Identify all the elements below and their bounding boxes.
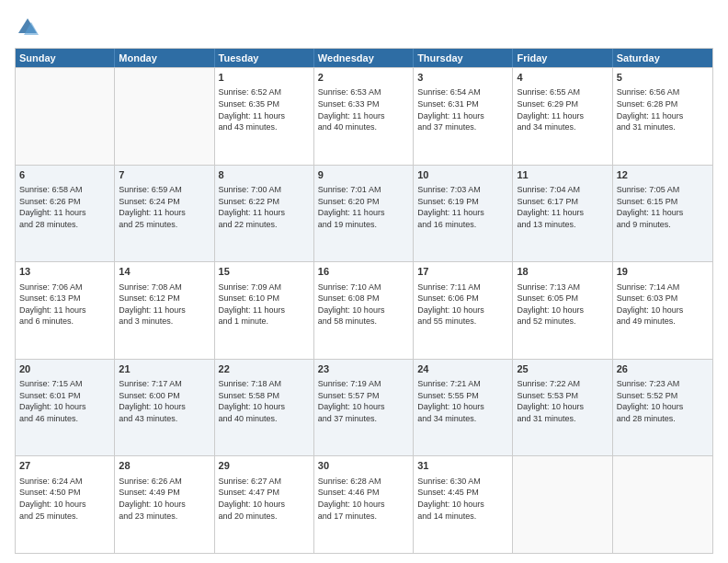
cell-text-line: Sunrise: 6:24 AM (19, 476, 110, 488)
cell-text-line: and 13 minutes. (517, 219, 608, 231)
calendar-cell-16: 16Sunrise: 7:10 AMSunset: 6:08 PMDayligh… (314, 262, 414, 359)
cell-text-line: Sunrise: 6:58 AM (19, 184, 110, 196)
cell-text-line: Daylight: 10 hours (219, 499, 310, 511)
cell-text-line: Sunset: 6:03 PM (617, 293, 709, 304)
cell-text-line: Sunrise: 6:53 AM (318, 86, 409, 98)
day-number: 27 (19, 459, 110, 473)
day-number: 5 (617, 71, 709, 85)
calendar-cell-26: 26Sunrise: 7:23 AMSunset: 5:52 PMDayligh… (613, 360, 712, 456)
cell-text-line: Daylight: 10 hours (617, 401, 709, 413)
calendar-cell-29: 29Sunrise: 6:27 AMSunset: 4:47 PMDayligh… (215, 456, 314, 553)
cell-text-line: Sunset: 6:10 PM (219, 293, 310, 304)
cell-text-line: and 28 minutes. (617, 413, 709, 425)
cell-text-line: Daylight: 11 hours (617, 207, 709, 219)
cell-text-line: and 9 minutes. (617, 219, 709, 231)
cell-text-line: Sunrise: 6:30 AM (417, 476, 508, 488)
day-number: 4 (517, 71, 608, 85)
day-number: 21 (119, 362, 210, 376)
cell-text-line: and 55 minutes. (417, 316, 508, 327)
cell-text-line: Sunrise: 7:19 AM (318, 378, 409, 390)
calendar-cell-9: 9Sunrise: 7:01 AMSunset: 6:20 PMDaylight… (314, 166, 414, 262)
cell-text-line: Sunset: 6:12 PM (119, 293, 210, 304)
day-number: 2 (318, 71, 409, 85)
calendar-cell-17: 17Sunrise: 7:11 AMSunset: 6:06 PMDayligh… (414, 262, 513, 359)
cell-text-line: Sunset: 5:58 PM (219, 390, 310, 402)
cell-text-line: Sunrise: 7:18 AM (219, 378, 310, 390)
cell-text-line: Sunset: 6:29 PM (517, 98, 608, 110)
calendar-cell-8: 8Sunrise: 7:00 AMSunset: 6:22 PMDaylight… (215, 166, 314, 262)
day-number: 18 (517, 265, 608, 279)
cell-text-line: Daylight: 10 hours (517, 401, 608, 413)
cell-text-line: Sunrise: 6:52 AM (219, 86, 310, 98)
cell-text-line: Sunrise: 7:17 AM (119, 378, 210, 390)
calendar-cell-25: 25Sunrise: 7:22 AMSunset: 5:53 PMDayligh… (513, 360, 612, 456)
cell-text-line: Sunrise: 7:03 AM (417, 184, 508, 196)
calendar-cell-3: 3Sunrise: 6:54 AMSunset: 6:31 PMDaylight… (414, 68, 513, 165)
cell-text-line: Sunset: 5:55 PM (417, 390, 508, 402)
day-number: 31 (417, 459, 508, 473)
calendar-body: 1Sunrise: 6:52 AMSunset: 6:35 PMDaylight… (16, 67, 712, 553)
cell-text-line: Sunset: 5:57 PM (318, 390, 409, 402)
cell-text-line: Daylight: 11 hours (19, 304, 110, 316)
cell-text-line: Sunrise: 7:14 AM (617, 282, 709, 293)
cell-text-line: and 25 minutes. (119, 219, 210, 231)
cell-text-line: Sunrise: 7:09 AM (219, 282, 310, 293)
calendar-row: 6Sunrise: 6:58 AMSunset: 6:26 PMDaylight… (16, 165, 712, 262)
day-number: 1 (219, 71, 310, 85)
calendar-cell-12: 12Sunrise: 7:05 AMSunset: 6:15 PMDayligh… (613, 166, 712, 262)
cell-text-line: Sunrise: 7:15 AM (19, 378, 110, 390)
cell-text-line: Sunset: 5:52 PM (617, 390, 709, 402)
cell-text-line: Sunset: 6:24 PM (119, 196, 210, 208)
calendar: SundayMondayTuesdayWednesdayThursdayFrid… (15, 48, 713, 554)
cell-text-line: Sunrise: 7:06 AM (19, 282, 110, 293)
day-number: 14 (119, 265, 210, 279)
cell-text-line: Daylight: 10 hours (19, 499, 110, 511)
day-number: 9 (318, 168, 409, 182)
cell-text-line: and 40 minutes. (318, 121, 409, 133)
day-number: 15 (219, 265, 310, 279)
day-number: 3 (417, 71, 508, 85)
cell-text-line: Daylight: 10 hours (19, 401, 110, 413)
cell-text-line: and 28 minutes. (19, 219, 110, 231)
calendar-cell-15: 15Sunrise: 7:09 AMSunset: 6:10 PMDayligh… (215, 262, 314, 359)
cell-text-line: Daylight: 11 hours (219, 304, 310, 316)
calendar-cell-21: 21Sunrise: 7:17 AMSunset: 6:00 PMDayligh… (115, 360, 214, 456)
day-number: 13 (19, 265, 110, 279)
cell-text-line: Sunset: 6:00 PM (119, 390, 210, 402)
calendar-row: 13Sunrise: 7:06 AMSunset: 6:13 PMDayligh… (16, 261, 712, 359)
cell-text-line: Sunset: 6:22 PM (219, 196, 310, 208)
day-number: 28 (119, 459, 210, 473)
cell-text-line: Sunset: 6:05 PM (517, 293, 608, 304)
cell-text-line: and 49 minutes. (617, 316, 709, 327)
header (15, 15, 713, 40)
cell-text-line: and 37 minutes. (417, 121, 508, 133)
cell-text-line: Sunrise: 7:13 AM (517, 282, 608, 293)
cell-text-line: Sunrise: 7:08 AM (119, 282, 210, 293)
cell-text-line: and 25 minutes. (19, 511, 110, 523)
cell-text-line: Sunrise: 6:28 AM (318, 476, 409, 488)
cell-text-line: and 23 minutes. (119, 511, 210, 523)
header-day-friday: Friday (513, 49, 612, 67)
cell-text-line: Sunrise: 6:59 AM (119, 184, 210, 196)
calendar-cell-5: 5Sunrise: 6:56 AMSunset: 6:28 PMDaylight… (613, 68, 712, 165)
calendar-cell-7: 7Sunrise: 6:59 AMSunset: 6:24 PMDaylight… (115, 166, 214, 262)
cell-text-line: Daylight: 11 hours (219, 207, 310, 219)
cell-text-line: and 16 minutes. (417, 219, 508, 231)
cell-text-line: Sunset: 6:26 PM (19, 196, 110, 208)
calendar-cell-20: 20Sunrise: 7:15 AMSunset: 6:01 PMDayligh… (16, 360, 115, 456)
cell-text-line: Daylight: 10 hours (417, 304, 508, 316)
calendar-cell-23: 23Sunrise: 7:19 AMSunset: 5:57 PMDayligh… (314, 360, 414, 456)
cell-text-line: and 34 minutes. (417, 413, 508, 425)
day-number: 17 (417, 265, 508, 279)
cell-text-line: Sunset: 4:45 PM (417, 487, 508, 499)
cell-text-line: Sunrise: 6:27 AM (219, 476, 310, 488)
day-number: 7 (119, 168, 210, 182)
cell-text-line: Sunrise: 6:54 AM (417, 86, 508, 98)
calendar-cell-18: 18Sunrise: 7:13 AMSunset: 6:05 PMDayligh… (513, 262, 612, 359)
cell-text-line: and 34 minutes. (517, 121, 608, 133)
cell-text-line: Daylight: 11 hours (417, 110, 508, 122)
calendar-cell-28: 28Sunrise: 6:26 AMSunset: 4:49 PMDayligh… (115, 456, 214, 553)
cell-text-line: Daylight: 11 hours (219, 110, 310, 122)
header-day-sunday: Sunday (16, 49, 115, 67)
cell-text-line: and 52 minutes. (517, 316, 608, 327)
